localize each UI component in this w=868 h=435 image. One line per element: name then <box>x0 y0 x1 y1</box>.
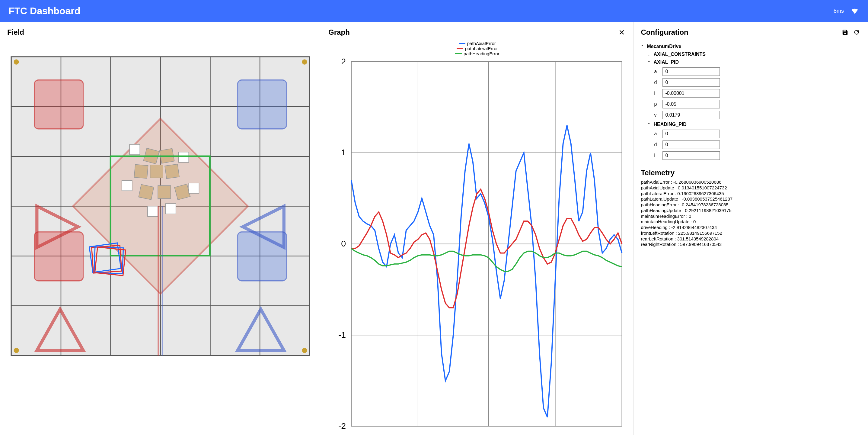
param-key: p <box>654 102 659 107</box>
ping-label: 8ms <box>834 8 844 14</box>
tree-root-label: MecanumDrive <box>647 44 681 49</box>
param-row: d <box>654 139 861 150</box>
param-key: d <box>654 142 659 147</box>
param-row: i <box>654 88 861 99</box>
graph-legend: pathAxialErrorpathLateralErrorpathHeadin… <box>327 41 627 56</box>
telemetry-line: pathHeadingError : -0.24541978236728035 <box>641 202 861 208</box>
telemetry-line: pathLateralUpdate : -0.00380053792546128… <box>641 196 861 202</box>
svg-rect-24 <box>165 164 179 178</box>
telemetry-line: driveHeading : -2.9142964482307434 <box>641 225 861 231</box>
svg-rect-28 <box>129 144 140 155</box>
wifi-icon <box>850 6 860 17</box>
svg-rect-22 <box>134 164 148 178</box>
svg-point-41 <box>14 59 19 65</box>
param-key: a <box>654 131 659 137</box>
config-tree: ⌃MecanumDrive⌄AXIAL_CONSTRAINTS⌃AXIAL_PI… <box>633 39 868 164</box>
legend-swatch <box>455 53 462 54</box>
legend-label: pathAxialError <box>467 41 496 46</box>
svg-text:2: 2 <box>341 57 346 66</box>
svg-rect-13 <box>238 80 286 129</box>
svg-rect-12 <box>34 232 83 281</box>
telemetry-line: rearLeftRotation : 301.5143549282804 <box>641 236 861 242</box>
tree-group[interactable]: ⌄AXIAL_CONSTRAINTS <box>647 51 861 58</box>
svg-point-43 <box>14 348 19 353</box>
svg-rect-33 <box>166 204 176 214</box>
caret-up-icon: ⌃ <box>641 45 645 49</box>
svg-text:-2: -2 <box>338 421 346 431</box>
param-input[interactable] <box>662 89 720 97</box>
legend-swatch <box>457 48 463 49</box>
graph-panel: Graph pathAxialErrorpathLateralErrorpath… <box>321 22 633 435</box>
legend-swatch <box>459 43 465 44</box>
param-input[interactable] <box>662 151 720 160</box>
tree-group-label: AXIAL_CONSTRAINTS <box>653 52 705 57</box>
svg-text:0: 0 <box>341 239 346 248</box>
legend-label: pathHeadingError <box>464 51 499 56</box>
refresh-icon[interactable] <box>852 28 861 36</box>
param-key: a <box>654 69 659 74</box>
legend-label: pathLateralError <box>465 46 498 51</box>
svg-rect-26 <box>158 185 171 199</box>
graph-canvas[interactable]: -2-1012 <box>327 56 627 432</box>
param-row: a <box>654 128 861 139</box>
telemetry-line: pathAxialError : -0.26806836900520686 <box>641 179 861 185</box>
telemetry-line: pathAxialUpdate : 0.013401551007224732 <box>641 185 861 191</box>
param-input[interactable] <box>662 78 720 87</box>
param-key: i <box>654 91 659 96</box>
param-input[interactable] <box>662 111 720 119</box>
caret-up-icon: ⌃ <box>647 122 652 126</box>
svg-rect-25 <box>138 184 154 200</box>
telemetry-panel-title: Telemetry <box>633 164 868 179</box>
telemetry-line: frontLeftRotation : 225.98149155697152 <box>641 231 861 236</box>
telemetry-body: pathAxialError : -0.26806836900520686pat… <box>633 179 868 251</box>
legend-item: pathLateralError <box>327 46 627 51</box>
param-input[interactable] <box>662 67 720 76</box>
tree-group-label: HEADING_PID <box>653 122 686 127</box>
field-panel: Field <box>0 22 321 435</box>
param-input[interactable] <box>662 129 720 138</box>
legend-item: pathHeadingError <box>327 51 627 56</box>
tree-group-label: AXIAL_PID <box>653 59 679 65</box>
graph-panel-title: Graph <box>329 28 350 36</box>
telemetry-panel: Telemetry pathAxialError : -0.2680683690… <box>633 164 868 251</box>
tree-group[interactable]: ⌃AXIAL_PID <box>647 58 861 66</box>
svg-point-42 <box>302 59 307 65</box>
caret-up-icon: ⌃ <box>647 60 652 64</box>
field-panel-title: Field <box>7 28 24 36</box>
save-icon[interactable] <box>841 28 849 36</box>
param-row: a <box>654 66 861 77</box>
tree-group[interactable]: ⌃HEADING_PID <box>647 120 861 128</box>
svg-text:1: 1 <box>341 147 346 157</box>
svg-rect-31 <box>189 183 199 193</box>
telemetry-line: maintainHeadingUpdate : 0 <box>641 219 861 225</box>
param-key: v <box>654 112 659 118</box>
param-row: i <box>654 150 861 161</box>
param-row: d <box>654 77 861 88</box>
telemetry-line: rearRightRotation : 597.9909416370543 <box>641 242 861 248</box>
param-key: d <box>654 80 659 85</box>
svg-rect-32 <box>148 206 158 216</box>
close-icon[interactable] <box>618 28 626 36</box>
svg-point-44 <box>302 348 307 353</box>
param-input[interactable] <box>662 100 720 109</box>
caret-down-icon: ⌄ <box>647 52 652 57</box>
telemetry-line: maintainHeadingError : 0 <box>641 213 861 219</box>
svg-rect-14 <box>238 232 286 281</box>
tree-root[interactable]: ⌃MecanumDrive <box>641 42 861 51</box>
telemetry-line: pathLateralError : 0.19002689627306435 <box>641 191 861 197</box>
param-row: v <box>654 110 861 120</box>
svg-rect-29 <box>178 152 189 163</box>
svg-text:-1: -1 <box>338 330 346 340</box>
svg-rect-23 <box>150 165 163 178</box>
svg-rect-30 <box>122 180 132 191</box>
field-canvas[interactable] <box>6 52 315 361</box>
param-key: i <box>654 153 659 158</box>
main-layout: Field <box>0 22 868 435</box>
telemetry-line: pathHeadingUpdate : 0.29211198821039175 <box>641 208 861 213</box>
param-row: p <box>654 99 861 110</box>
config-panel: Configuration ⌃MecanumDrive⌄AXIAL_CONSTR… <box>633 22 868 435</box>
config-panel-title: Configuration <box>641 28 688 36</box>
legend-item: pathAxialError <box>327 41 627 46</box>
app-title: FTC Dashboard <box>8 5 834 17</box>
param-input[interactable] <box>662 141 720 149</box>
